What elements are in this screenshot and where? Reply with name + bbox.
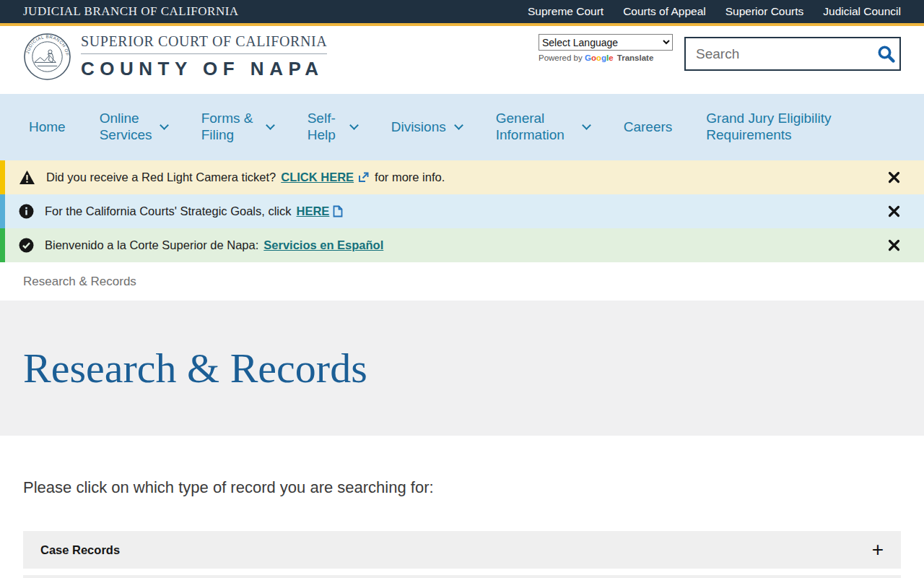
- breadcrumb-current: Research & Records: [23, 275, 136, 288]
- link-supreme-court[interactable]: Supreme Court: [528, 5, 603, 18]
- nav-item-grand-jury[interactable]: Grand Jury Eligibility Requirements: [706, 111, 840, 144]
- google-logo: Google: [585, 53, 614, 62]
- red-light-camera-link[interactable]: CLICK HERE: [281, 171, 354, 184]
- nav-item-forms-filing[interactable]: Forms & Filing: [201, 111, 274, 144]
- language-select[interactable]: Select Language: [539, 34, 673, 51]
- language-selector-block: Select Language Powered by Google Transl…: [539, 34, 673, 62]
- document-icon: [333, 205, 343, 217]
- svg-text:JUDICIAL BRANCH OF CALIFORNIA: JUDICIAL BRANCH OF CALIFORNIA: [23, 33, 70, 56]
- alert-spanish-services: Bienvenido a la Corte Superior de Napa: …: [0, 228, 924, 262]
- judicial-branch-seal-icon: JUDICIAL BRANCH OF CALIFORNIA: [23, 33, 71, 81]
- close-icon: [888, 239, 900, 251]
- nav-item-general-information[interactable]: General Information: [496, 111, 590, 144]
- search-button[interactable]: [873, 38, 899, 69]
- close-alert-button[interactable]: [885, 168, 903, 186]
- search-input[interactable]: [686, 46, 873, 62]
- page-title: Research & Records: [23, 344, 367, 392]
- alert-text: Did you receive a Red Light Camera ticke…: [46, 171, 445, 184]
- site-logo[interactable]: JUDICIAL BRANCH OF CALIFORNIA SUPERIOR C…: [23, 33, 327, 81]
- site-search: [684, 37, 901, 71]
- chevron-down-icon: [349, 121, 359, 130]
- site-title-line2: COUNTY OF NAPA: [81, 58, 327, 80]
- record-type-accordions: Case Records +: [23, 531, 901, 578]
- chevron-down-icon: [454, 121, 463, 130]
- close-alert-button[interactable]: [885, 202, 903, 220]
- site-header: JUDICIAL BRANCH OF CALIFORNIA SUPERIOR C…: [0, 26, 924, 94]
- utility-bar-brand: JUDICIAL BRANCH OF CALIFORNIA: [23, 4, 239, 19]
- search-icon: [876, 44, 896, 64]
- page-hero: Research & Records: [0, 301, 924, 436]
- external-link-icon: [357, 171, 370, 184]
- close-alert-button[interactable]: [885, 236, 903, 254]
- google-translate-attribution: Powered by Google Translate: [539, 53, 673, 62]
- site-title: SUPERIOR COURT OF CALIFORNIA COUNTY OF N…: [81, 33, 327, 80]
- accordion-case-records[interactable]: Case Records +: [23, 531, 901, 569]
- accordion-label: Case Records: [40, 543, 120, 557]
- servicios-en-espanol-link[interactable]: Servicios en Español: [263, 238, 383, 252]
- main-navigation: Home Online Services Forms & Filing Self…: [0, 94, 924, 160]
- accordion-item-partial[interactable]: [23, 575, 901, 578]
- close-icon: [888, 205, 900, 217]
- link-judicial-council[interactable]: Judicial Council: [823, 5, 901, 18]
- warning-icon: [19, 170, 35, 185]
- info-icon: [19, 204, 34, 219]
- plus-icon: +: [872, 540, 884, 560]
- alert-text: Bienvenido a la Corte Superior de Napa: …: [45, 238, 383, 252]
- nav-item-careers[interactable]: Careers: [624, 119, 673, 136]
- nav-item-home[interactable]: Home: [29, 119, 66, 136]
- chevron-down-icon: [266, 121, 275, 130]
- alert-text: For the California Courts' Strategic Goa…: [45, 204, 348, 218]
- chevron-down-icon: [160, 121, 169, 130]
- utility-bar: JUDICIAL BRANCH OF CALIFORNIA Supreme Co…: [0, 0, 924, 23]
- strategic-goals-link[interactable]: HERE: [297, 204, 330, 218]
- chevron-down-icon: [582, 121, 591, 130]
- nav-item-online-services[interactable]: Online Services: [100, 111, 167, 144]
- nav-item-self-help[interactable]: Self-Help: [308, 111, 357, 144]
- nav-item-divisions[interactable]: Divisions: [391, 119, 462, 136]
- link-superior-courts[interactable]: Superior Courts: [725, 5, 804, 18]
- breadcrumb: Research & Records: [0, 262, 924, 301]
- check-circle-icon: [19, 238, 34, 253]
- site-title-line1: SUPERIOR COURT OF CALIFORNIA: [81, 33, 327, 54]
- close-icon: [888, 171, 900, 184]
- link-courts-of-appeal[interactable]: Courts of Appeal: [623, 5, 706, 18]
- alert-strategic-goals: For the California Courts' Strategic Goa…: [0, 194, 924, 228]
- alert-red-light-camera: Did you receive a Red Light Camera ticke…: [0, 160, 924, 194]
- utility-bar-links: Supreme Court Courts of Appeal Superior …: [528, 5, 901, 18]
- intro-text: Please click on which type of record you…: [23, 478, 901, 497]
